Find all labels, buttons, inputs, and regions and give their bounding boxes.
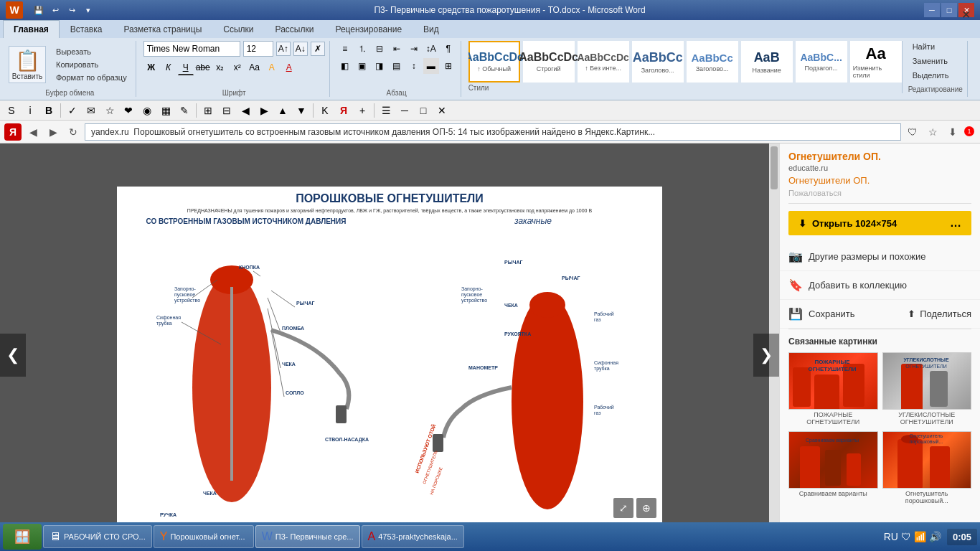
panel-site-sub[interactable]: Огнетушители ОП. (780, 174, 980, 187)
related-item-4[interactable]: Огнетушитель порошковый... (882, 431, 972, 489)
tab-home[interactable]: Главная (3, 20, 60, 38)
taskbar-task-2[interactable]: Y Порошковый огнет... (154, 525, 254, 548)
replace-btn[interactable]: Заменить (908, 55, 963, 67)
undo-btn[interactable]: ↩ (48, 3, 62, 17)
style-normal[interactable]: AaBbCcDc ↑ Обычный (468, 41, 520, 83)
tab-insert[interactable]: Вставка (60, 20, 113, 38)
tb2-mail-btn[interactable]: ✉ (83, 102, 100, 119)
font-size-increase[interactable]: A↑ (276, 42, 291, 56)
tb2-grid-btn[interactable]: ▦ (157, 102, 174, 119)
panel-complaint-link[interactable]: Пожаловаться (780, 187, 980, 203)
related-item-1-wrap[interactable]: ПОЖАРНЫЕ ОГНЕТУШИТЕЛИ ПОЖАРНЫЕ ОГНЕТУШИТ… (788, 352, 878, 427)
show-marks-btn[interactable]: ¶ (440, 41, 456, 57)
scroll-thumb[interactable] (771, 146, 778, 189)
related-item-3-wrap[interactable]: Сравниваем варианты Сравниваем варианты (788, 431, 878, 506)
panel-site-name[interactable]: Огнетушители ОП. (780, 143, 980, 164)
related-item-1[interactable]: ПОЖАРНЫЕ ОГНЕТУШИТЕЛИ (788, 352, 878, 410)
bullet-list-btn[interactable]: ≡ (337, 41, 353, 57)
tab-view[interactable]: Вид (413, 20, 450, 38)
tab-mailings[interactable]: Рассылки (265, 20, 325, 38)
addr-shield-btn[interactable]: 🛡 (904, 123, 921, 141)
font-name-input[interactable] (143, 41, 240, 57)
address-input[interactable] (85, 123, 901, 141)
system-clock[interactable]: 0:05 (947, 529, 977, 545)
tb2-up-btn[interactable]: ▲ (274, 102, 291, 119)
related-item-4-wrap[interactable]: Огнетушитель порошковый... Огнетушитель … (882, 431, 972, 506)
font-size-input[interactable] (243, 41, 273, 57)
tb2-down-btn[interactable]: ▼ (293, 102, 310, 119)
tb2-circle-btn[interactable]: ◉ (138, 102, 156, 119)
clear-format-btn[interactable]: ✗ (311, 42, 325, 56)
style-change[interactable]: Аа Изменить стили (850, 41, 902, 83)
addr-bookmark-btn[interactable]: ☆ (924, 123, 941, 141)
font-size-decrease[interactable]: A↓ (293, 42, 308, 56)
tab-references[interactable]: Ссылки (212, 20, 264, 38)
tb2-close-x-btn[interactable]: ✕ (433, 102, 451, 119)
open-image-btn[interactable]: ⬇ Открыть 1024×754 … (788, 211, 971, 235)
addr-back-btn[interactable]: ◀ (24, 123, 42, 141)
tb2-remove-btn[interactable]: ⊟ (218, 102, 235, 119)
increase-indent-btn[interactable]: ⇥ (406, 41, 422, 57)
style-no-int[interactable]: AaBbCcDc ↑ Без инте... (578, 41, 629, 83)
align-left-btn[interactable]: ◧ (337, 58, 353, 74)
zoom-in-btn[interactable]: ⊕ (636, 498, 656, 518)
multilevel-list-btn[interactable]: ⊟ (372, 41, 387, 57)
sort-btn[interactable]: ↕A (423, 41, 439, 57)
tray-antivirus[interactable]: 🛡 (901, 531, 911, 542)
tb2-restore-btn[interactable]: □ (415, 102, 432, 119)
bold-button[interactable]: Ж (143, 60, 159, 75)
related-item-2[interactable]: УГЛЕКИСЛОТНЫЕ ОГНЕТУШИТЕЛИ (882, 352, 972, 410)
minimize-btn[interactable]: ─ (924, 3, 940, 17)
yandex-logo[interactable]: Я (4, 123, 22, 141)
tray-network[interactable]: 📶 (914, 531, 926, 542)
tb2-check-btn[interactable]: ✓ (64, 102, 81, 119)
strikethrough-button[interactable]: abe (195, 60, 211, 75)
align-center-btn[interactable]: ▣ (354, 58, 370, 74)
addr-forward-btn[interactable]: ▶ (44, 123, 62, 141)
select-btn[interactable]: Выделить (908, 70, 963, 81)
line-spacing-btn[interactable]: ↕ (406, 58, 422, 74)
addr-download-btn[interactable]: ⬇ (944, 123, 961, 141)
tab-page-layout[interactable]: Разметка страницы (113, 20, 212, 38)
superscript-button[interactable]: x² (230, 60, 245, 75)
style-title[interactable]: AaB Название (741, 41, 793, 83)
justify-btn[interactable]: ▤ (389, 58, 405, 74)
numbered-list-btn[interactable]: ⒈ (354, 41, 370, 57)
tb2-star-btn[interactable]: ☆ (101, 102, 118, 119)
customize-quick-btn[interactable]: ▾ (81, 3, 95, 17)
tray-lang[interactable]: RU (884, 531, 898, 542)
tb2-i-btn[interactable]: i (22, 102, 39, 119)
taskbar-task-4[interactable]: A 4753-praktycheskaja... (362, 525, 464, 548)
find-btn[interactable]: Найти (908, 41, 963, 52)
shading-btn[interactable]: ▬ (423, 58, 439, 74)
share-label[interactable]: Поделиться (920, 309, 971, 319)
align-right-btn[interactable]: ◨ (372, 58, 387, 74)
tb2-k-btn[interactable]: K (316, 102, 334, 119)
format-painter-button[interactable]: Формат по образцу (52, 72, 131, 83)
related-item-3[interactable]: Сравниваем варианты (788, 431, 878, 489)
tb2-heart-btn[interactable]: ❤ (120, 102, 137, 119)
save-label[interactable]: Сохранить (809, 309, 855, 319)
style-heading2[interactable]: AaBbCc Заголово... (687, 41, 738, 83)
start-button[interactable]: 🪟 (3, 524, 42, 550)
maximize-btn[interactable]: □ (941, 3, 957, 17)
tb2-add-btn[interactable]: ⊞ (199, 102, 217, 119)
tb2-ya-btn[interactable]: Я (335, 102, 352, 119)
prev-image-btn[interactable]: ❮ (0, 334, 26, 377)
tb2-left-btn[interactable]: ◀ (237, 102, 254, 119)
subscript-button[interactable]: x₂ (212, 60, 228, 75)
redo-btn[interactable]: ↪ (65, 3, 79, 17)
add-collection-btn[interactable]: 🔖 Добавить в коллекцию (780, 271, 980, 300)
borders-btn[interactable]: ⊞ (440, 58, 456, 74)
paste-button[interactable]: 📋 Вставить (9, 46, 46, 83)
highlight-button[interactable]: A (264, 60, 280, 75)
tb2-plus-btn[interactable]: + (354, 102, 371, 119)
style-subtitle[interactable]: AaBbC... Подзагол... (796, 41, 847, 83)
font-color-button[interactable]: А (281, 60, 297, 75)
change-case-button[interactable]: Аа (247, 60, 263, 75)
copy-button[interactable]: Копировать (52, 59, 131, 70)
next-image-btn[interactable]: ❯ (753, 334, 779, 377)
taskbar-task-3[interactable]: W П3- Первичные сре... (255, 525, 360, 548)
tb2-menu-btn[interactable]: ☰ (377, 102, 395, 119)
tb2-b-btn[interactable]: B (40, 102, 57, 119)
